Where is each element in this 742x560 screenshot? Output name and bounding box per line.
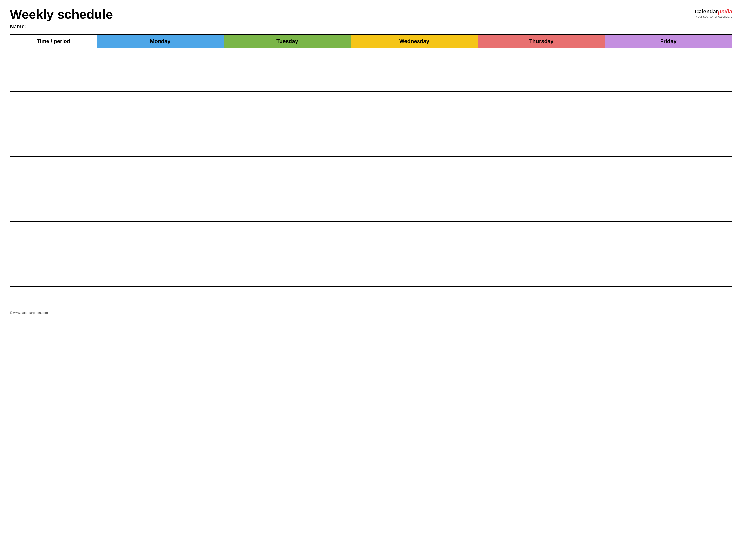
table-row (10, 92, 732, 113)
schedule-cell[interactable] (478, 135, 605, 157)
schedule-cell[interactable] (605, 286, 732, 308)
schedule-cell[interactable] (224, 222, 351, 243)
table-row (10, 135, 732, 157)
schedule-cell[interactable] (478, 178, 605, 200)
schedule-cell[interactable] (478, 157, 605, 178)
schedule-cell[interactable] (224, 113, 351, 135)
schedule-cell[interactable] (97, 113, 224, 135)
schedule-cell[interactable] (478, 113, 605, 135)
schedule-cell[interactable] (478, 265, 605, 286)
col-thursday: Thursday (478, 35, 605, 48)
schedule-cell[interactable] (351, 178, 478, 200)
schedule-cell[interactable] (351, 243, 478, 265)
schedule-cell[interactable] (351, 92, 478, 113)
logo-container: Calendarpedia Your source for calendars (695, 8, 732, 18)
table-row (10, 286, 732, 308)
schedule-cell[interactable] (351, 286, 478, 308)
schedule-cell[interactable] (224, 265, 351, 286)
schedule-cell[interactable] (97, 200, 224, 222)
schedule-cell[interactable] (478, 48, 605, 70)
schedule-cell[interactable] (97, 243, 224, 265)
schedule-cell[interactable] (97, 222, 224, 243)
schedule-cell[interactable] (605, 70, 732, 92)
table-row (10, 178, 732, 200)
time-cell[interactable] (10, 243, 97, 265)
time-cell[interactable] (10, 70, 97, 92)
schedule-cell[interactable] (97, 178, 224, 200)
schedule-cell[interactable] (224, 70, 351, 92)
table-row (10, 113, 732, 135)
schedule-cell[interactable] (224, 286, 351, 308)
time-cell[interactable] (10, 113, 97, 135)
col-monday: Monday (97, 35, 224, 48)
time-cell[interactable] (10, 157, 97, 178)
schedule-cell[interactable] (351, 113, 478, 135)
page-title: Weekly schedule (10, 7, 113, 21)
schedule-cell[interactable] (351, 200, 478, 222)
col-friday: Friday (605, 35, 732, 48)
schedule-cell[interactable] (224, 135, 351, 157)
schedule-cell[interactable] (605, 243, 732, 265)
schedule-cell[interactable] (97, 265, 224, 286)
schedule-cell[interactable] (478, 286, 605, 308)
schedule-cell[interactable] (478, 222, 605, 243)
table-row (10, 243, 732, 265)
schedule-cell[interactable] (478, 200, 605, 222)
col-tuesday: Tuesday (224, 35, 351, 48)
logo-subtitle: Your source for calendars (695, 15, 732, 18)
time-cell[interactable] (10, 286, 97, 308)
schedule-cell[interactable] (97, 135, 224, 157)
schedule-cell[interactable] (97, 70, 224, 92)
logo-calendar-part1: Calendar (695, 8, 718, 14)
schedule-cell[interactable] (605, 157, 732, 178)
schedule-cell[interactable] (97, 157, 224, 178)
schedule-cell[interactable] (605, 48, 732, 70)
col-wednesday: Wednesday (351, 35, 478, 48)
schedule-cell[interactable] (97, 92, 224, 113)
time-cell[interactable] (10, 92, 97, 113)
schedule-cell[interactable] (605, 222, 732, 243)
schedule-table: Time / period Monday Tuesday Wednesday T… (10, 34, 732, 309)
schedule-cell[interactable] (351, 48, 478, 70)
schedule-cell[interactable] (605, 135, 732, 157)
schedule-cell[interactable] (478, 70, 605, 92)
time-cell[interactable] (10, 135, 97, 157)
schedule-cell[interactable] (224, 157, 351, 178)
time-cell[interactable] (10, 178, 97, 200)
schedule-cell[interactable] (224, 200, 351, 222)
schedule-cell[interactable] (97, 48, 224, 70)
schedule-cell[interactable] (224, 243, 351, 265)
schedule-cell[interactable] (351, 135, 478, 157)
table-row (10, 157, 732, 178)
schedule-cell[interactable] (478, 92, 605, 113)
table-row (10, 200, 732, 222)
schedule-cell[interactable] (605, 92, 732, 113)
schedule-cell[interactable] (605, 113, 732, 135)
time-cell[interactable] (10, 200, 97, 222)
schedule-cell[interactable] (97, 286, 224, 308)
schedule-cell[interactable] (605, 200, 732, 222)
table-body (10, 48, 732, 308)
time-cell[interactable] (10, 265, 97, 286)
page-header: Weekly schedule Calendarpedia Your sourc… (10, 7, 732, 21)
schedule-cell[interactable] (605, 265, 732, 286)
schedule-cell[interactable] (478, 243, 605, 265)
time-cell[interactable] (10, 48, 97, 70)
schedule-cell[interactable] (224, 178, 351, 200)
schedule-cell[interactable] (605, 178, 732, 200)
table-row (10, 265, 732, 286)
schedule-cell[interactable] (224, 48, 351, 70)
header-row: Time / period Monday Tuesday Wednesday T… (10, 35, 732, 48)
schedule-cell[interactable] (224, 92, 351, 113)
col-time: Time / period (10, 35, 97, 48)
schedule-cell[interactable] (351, 70, 478, 92)
name-label: Name: (10, 23, 732, 30)
schedule-cell[interactable] (351, 265, 478, 286)
table-row (10, 70, 732, 92)
schedule-cell[interactable] (351, 222, 478, 243)
time-cell[interactable] (10, 222, 97, 243)
table-row (10, 222, 732, 243)
schedule-cell[interactable] (351, 157, 478, 178)
logo-pedia-part2: pedia (718, 8, 732, 14)
footer: © www.calendarpedia.com (10, 311, 732, 315)
